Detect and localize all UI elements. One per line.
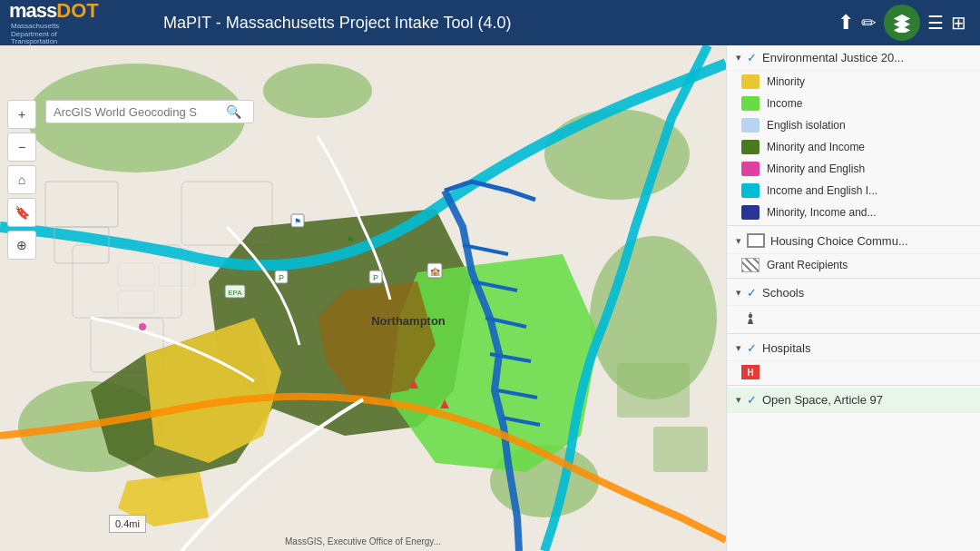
- svg-text:🏫: 🏫: [430, 266, 441, 277]
- grant-recipients-swatch: [741, 258, 760, 272]
- housing-choice-section-header[interactable]: ▾ Housing Choice Commu...: [727, 228, 980, 254]
- svg-rect-27: [617, 363, 690, 418]
- env-justice-label: Environmental Justice 20...: [762, 51, 904, 64]
- hospitals-section-header[interactable]: ▾ ✓ Hospitals: [727, 336, 980, 361]
- home-button[interactable]: ⌂: [7, 165, 36, 194]
- svg-text:P: P: [373, 273, 378, 282]
- logo-subtitle: Massachusetts Department of Transportati…: [11, 23, 83, 46]
- minority-english-label: Minority and English: [767, 162, 865, 175]
- env-justice-section-header[interactable]: ▾ ✓ Environmental Justice 20...: [727, 45, 980, 71]
- minority-english-swatch: [741, 162, 760, 176]
- copyright-text: MassGIS, Executive Office of Energy...: [0, 536, 726, 546]
- svg-text:⚑: ⚑: [294, 217, 301, 226]
- logo-mass: mass: [9, 0, 56, 23]
- schools-section-header[interactable]: ▾ ✓ Schools: [727, 280, 980, 306]
- svg-text:P: P: [279, 273, 284, 282]
- english-isolation-label: English isolation: [767, 119, 846, 132]
- list-button[interactable]: ☰: [927, 12, 944, 34]
- minority-income-english-label: Minority, Income and...: [767, 206, 877, 219]
- svg-point-32: [139, 323, 146, 330]
- housing-choice-chevron: ▾: [736, 235, 741, 247]
- grid-button[interactable]: ⊞: [951, 12, 966, 34]
- legend-item-english-isolation: English isolation: [727, 114, 980, 136]
- divider-3: [727, 333, 980, 334]
- app-title: MaPIT - Massachusetts Project Intake Too…: [163, 14, 838, 33]
- minority-income-swatch: [741, 140, 760, 154]
- app-header: massDOT Massachusetts Department of Tran…: [0, 0, 980, 45]
- legend-item-grant-recipients: Grant Recipients: [727, 254, 980, 276]
- legend-item-income-english: Income and English I...: [727, 180, 980, 202]
- income-swatch: [741, 96, 760, 111]
- open-space-label: Open Space, Article 97: [762, 393, 883, 407]
- layers-button[interactable]: [884, 5, 920, 41]
- legend-item-minority-income-english: Minority, Income and...: [727, 202, 980, 223]
- svg-text:EPA: EPA: [228, 289, 242, 297]
- housing-choice-swatch: [747, 233, 765, 248]
- minority-income-label: Minority and Income: [767, 141, 865, 153]
- edit-button[interactable]: ✏: [861, 12, 877, 34]
- bookmark-button[interactable]: 🔖: [7, 198, 36, 227]
- legend-item-income: Income: [727, 93, 980, 114]
- search-input[interactable]: [54, 105, 226, 119]
- schools-check: ✓: [747, 286, 757, 300]
- scale-label: 0.4mi: [115, 518, 140, 529]
- schools-label: Schools: [762, 286, 804, 300]
- divider-1: [727, 225, 980, 226]
- zoom-in-button[interactable]: +: [7, 100, 36, 129]
- map-container[interactable]: Northampton P P EPA ⚑ 🏫 ⚑: [0, 45, 726, 551]
- legend-item-hospital-icon: H: [727, 361, 980, 383]
- legend-item-school-icon: [727, 306, 980, 331]
- svg-rect-28: [653, 427, 708, 472]
- divider-4: [727, 385, 980, 386]
- upload-button[interactable]: ⬆: [838, 11, 854, 34]
- svg-text:Northampton: Northampton: [371, 314, 446, 328]
- legend-item-minority: Minority: [727, 71, 980, 93]
- logo-dot: DOT: [56, 0, 98, 23]
- income-english-label: Income and English I...: [767, 184, 877, 197]
- income-label: Income: [767, 97, 802, 110]
- legend-item-minority-income: Minority and Income: [727, 136, 980, 158]
- hospitals-chevron: ▾: [736, 342, 741, 354]
- header-tools: ⬆ ✏ ☰ ⊞: [838, 5, 966, 41]
- open-space-check: ✓: [747, 393, 757, 407]
- search-bar: 🔍: [45, 100, 254, 123]
- school-icon-swatch: [741, 310, 760, 328]
- scale-bar: 0.4mi: [109, 515, 146, 533]
- env-justice-chevron: ▾: [736, 52, 741, 64]
- legend-item-minority-english: Minority and English: [727, 158, 980, 180]
- income-english-swatch: [741, 183, 760, 198]
- svg-point-33: [749, 314, 753, 319]
- locate-button[interactable]: ⊕: [7, 231, 36, 260]
- open-space-chevron: ▾: [736, 394, 741, 406]
- zoom-out-button[interactable]: −: [7, 133, 36, 162]
- hospital-swatch: H: [741, 365, 760, 379]
- hospitals-label: Hospitals: [762, 341, 810, 355]
- right-panel: ▾ ✓ Environmental Justice 20... Minority…: [726, 45, 980, 551]
- svg-point-7: [263, 64, 372, 118]
- left-toolbar: + − ⌂ 🔖 ⊕: [7, 100, 36, 260]
- open-space-section-header[interactable]: ▾ ✓ Open Space, Article 97: [727, 388, 980, 413]
- grant-recipients-label: Grant Recipients: [767, 259, 848, 271]
- schools-chevron: ▾: [736, 287, 741, 299]
- hospitals-check: ✓: [747, 341, 757, 355]
- divider-2: [727, 278, 980, 279]
- logo-area: massDOT Massachusetts Department of Tran…: [0, 0, 154, 45]
- svg-text:⚑: ⚑: [347, 235, 355, 245]
- minority-label: Minority: [767, 75, 805, 88]
- search-button[interactable]: 🔍: [226, 104, 241, 119]
- housing-choice-label: Housing Choice Commu...: [770, 234, 908, 248]
- minority-income-english-swatch: [741, 205, 760, 220]
- minority-swatch: [741, 74, 760, 89]
- english-isolation-swatch: [741, 118, 760, 133]
- env-justice-check: ✓: [747, 51, 757, 64]
